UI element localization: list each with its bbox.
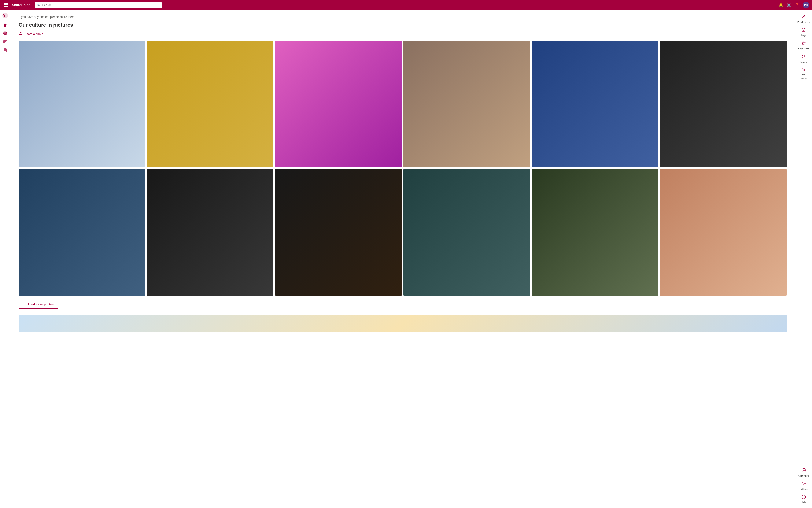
photo-item-4[interactable] — [403, 41, 530, 167]
svg-rect-7 — [5, 6, 7, 7]
svg-point-42 — [803, 483, 804, 484]
settings-right-icon — [802, 481, 806, 487]
share-photo-icon — [18, 31, 23, 37]
search-input[interactable] — [42, 3, 159, 7]
photo-item-10[interactable] — [403, 169, 530, 296]
help-right-label: Help — [802, 501, 806, 504]
load-more-button[interactable]: ＋ Load more photos — [18, 300, 58, 309]
app-logo[interactable]: T — [1, 12, 9, 19]
photo-item-3[interactable] — [275, 41, 402, 167]
sidebar-item-people-finder[interactable]: People finder — [796, 13, 811, 25]
sidebar-item-help[interactable]: Help — [796, 493, 811, 505]
svg-line-36 — [805, 71, 805, 71]
sidebar-item-logs[interactable]: Logs — [796, 26, 811, 39]
sidebar-item-weather[interactable]: 5°C Vancouver — [796, 66, 811, 82]
people-finder-label: People finder — [798, 21, 810, 24]
load-more-plus-icon: ＋ — [23, 302, 26, 306]
svg-rect-0 — [4, 3, 5, 4]
main-layout: T — [0, 10, 812, 508]
app-title: SharePoint — [12, 3, 30, 7]
support-icon — [802, 54, 806, 60]
svg-line-38 — [805, 69, 805, 69]
photo-item-12[interactable] — [660, 169, 786, 296]
top-navigation: SharePoint 🔍 🔔 ⚙️ ❓ MK — [0, 0, 812, 10]
svg-rect-8 — [7, 6, 8, 7]
add-content-icon — [802, 468, 806, 474]
settings-icon[interactable]: ⚙️ — [786, 3, 791, 7]
weather-city: Vancouver — [799, 78, 809, 80]
photo-item-9[interactable] — [275, 169, 402, 296]
svg-rect-1 — [5, 3, 7, 4]
svg-rect-3 — [4, 4, 5, 5]
svg-line-37 — [802, 71, 803, 71]
helpful-links-icon — [802, 41, 806, 47]
svg-rect-26 — [803, 28, 804, 29]
helpful-links-label: Helpful links — [798, 48, 809, 50]
share-photo-button[interactable]: Share a photo — [18, 31, 786, 37]
subtitle-text: If you have any photos, please share the… — [18, 15, 786, 18]
logs-icon — [802, 28, 806, 33]
bottom-decorative-image — [18, 315, 786, 332]
photo-item-11[interactable] — [532, 169, 658, 296]
svg-point-11 — [3, 14, 4, 15]
sidebar-item-add-content[interactable]: Add content — [796, 466, 811, 479]
search-icon: 🔍 — [37, 3, 40, 7]
sidebar-news-icon[interactable] — [1, 38, 9, 46]
people-finder-icon — [802, 14, 806, 20]
waffle-menu[interactable] — [3, 3, 9, 8]
help-right-icon — [802, 495, 806, 500]
section-title: Our culture in pictures — [18, 22, 786, 28]
sidebar-pages-icon[interactable] — [1, 46, 9, 54]
weather-icon — [802, 68, 806, 73]
photo-item-1[interactable] — [18, 41, 145, 167]
sidebar-item-support[interactable]: Support — [796, 53, 811, 65]
share-photo-label: Share a photo — [25, 32, 43, 36]
sidebar-globe-icon[interactable] — [1, 30, 9, 37]
weather-temp: 5°C — [802, 74, 805, 77]
user-avatar[interactable]: MK — [803, 2, 809, 8]
sidebar-item-settings[interactable]: Settings — [796, 480, 811, 492]
support-label: Support — [800, 61, 807, 64]
svg-point-25 — [803, 15, 805, 17]
notifications-icon[interactable]: 🔔 — [779, 3, 783, 7]
svg-line-35 — [802, 69, 803, 69]
svg-point-30 — [803, 69, 805, 71]
settings-right-label: Settings — [800, 488, 807, 491]
photo-item-8[interactable] — [147, 169, 274, 296]
sidebar-item-helpful-links[interactable]: Helpful links — [796, 39, 811, 52]
photo-item-5[interactable] — [532, 41, 658, 167]
photo-item-2[interactable] — [147, 41, 274, 167]
left-sidebar: T — [0, 10, 10, 508]
svg-rect-6 — [4, 6, 5, 7]
sidebar-home-icon[interactable] — [1, 21, 9, 29]
search-bar[interactable]: 🔍 — [35, 2, 162, 8]
logs-label: Logs — [802, 34, 806, 37]
svg-rect-5 — [7, 4, 8, 5]
right-sidebar: People finder Logs Helpful links — [795, 10, 812, 508]
photo-grid — [18, 41, 786, 296]
photo-item-6[interactable] — [660, 41, 786, 167]
photo-item-7[interactable] — [18, 169, 145, 296]
svg-marker-29 — [802, 41, 806, 45]
content-area: If you have any photos, please share the… — [10, 10, 795, 508]
add-content-label: Add content — [798, 475, 809, 477]
svg-rect-4 — [5, 4, 7, 5]
topnav-icons: 🔔 ⚙️ ❓ MK — [779, 2, 809, 8]
load-more-label: Load more photos — [28, 302, 54, 306]
svg-rect-2 — [7, 3, 8, 4]
help-icon[interactable]: ❓ — [795, 3, 799, 7]
